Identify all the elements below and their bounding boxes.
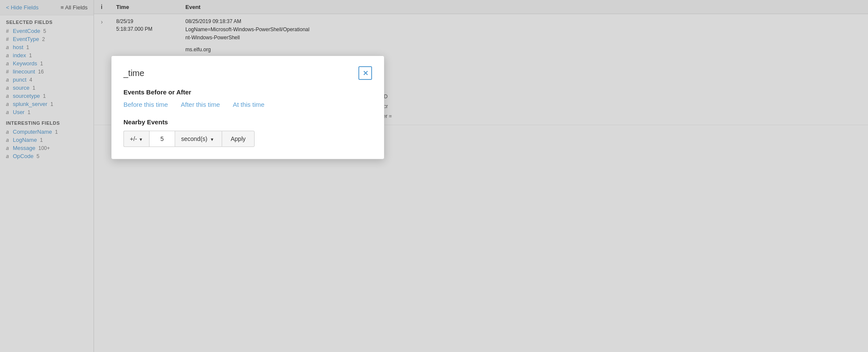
- unit-button[interactable]: second(s): [175, 131, 222, 147]
- apply-button[interactable]: Apply: [222, 131, 255, 147]
- at-this-time-link[interactable]: At this time: [233, 101, 264, 108]
- time-filter-modal: _time ✕ Events Before or After Before th…: [111, 56, 384, 159]
- unit-chevron: [210, 135, 214, 142]
- modal-title-row: _time ✕: [123, 66, 372, 80]
- modal-close-button[interactable]: ✕: [358, 66, 372, 80]
- unit-label: second(s): [181, 135, 207, 142]
- plusminus-button[interactable]: +/-: [123, 131, 149, 147]
- time-link-group: Before this time After this time At this…: [123, 101, 372, 108]
- events-before-after-label: Events Before or After: [123, 88, 372, 96]
- nearby-events-label: Nearby Events: [123, 118, 372, 126]
- after-this-time-link[interactable]: After this time: [181, 101, 220, 108]
- before-this-time-link[interactable]: Before this time: [123, 101, 168, 108]
- plusminus-chevron: [139, 135, 143, 142]
- plusminus-label: +/-: [130, 135, 137, 142]
- nearby-controls: +/- 5 second(s) Apply: [123, 131, 372, 147]
- modal-overlay: _time ✕ Events Before or After Before th…: [0, 0, 868, 352]
- nearby-number-display: 5: [149, 131, 175, 147]
- modal-title: _time: [123, 68, 144, 78]
- app-container: < Hide Fields ≡ All Fields SELECTED FIEL…: [0, 0, 868, 352]
